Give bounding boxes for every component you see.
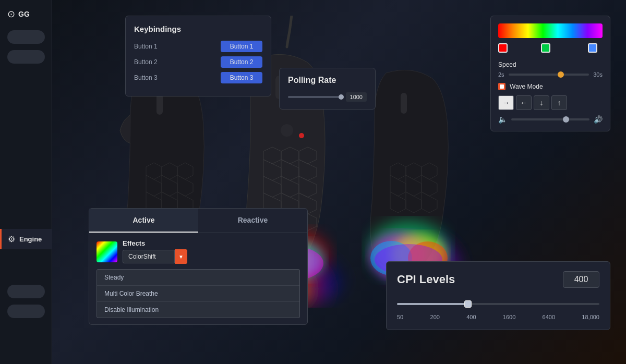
tab-row: Active Reactive [89, 209, 307, 233]
keybinding-label-3: Button 3 [134, 74, 158, 81]
effects-dropdown[interactable]: ColorShift [123, 250, 175, 263]
dropdown-item-multicolor[interactable]: Multi Color Breathe [97, 286, 299, 302]
cpi-title: CPI Levels [397, 273, 455, 286]
cpi-label-1600: 1600 [503, 314, 515, 320]
tab-reactive[interactable]: Reactive [198, 209, 307, 233]
effects-label: Effects [123, 239, 187, 247]
effects-row: Effects ColorShift ▼ [97, 239, 300, 264]
cpi-label-400: 400 [466, 314, 476, 320]
keybinding-value-2[interactable]: Button 2 [221, 56, 262, 68]
speed-thumb [558, 71, 564, 78]
dropdown-item-disable[interactable]: Disable Illumination [97, 302, 299, 318]
color-stop-blue[interactable] [588, 43, 597, 53]
cpi-label-6400: 6400 [543, 314, 555, 320]
cpi-slider-area [397, 296, 599, 312]
volume-icon-low: 🔈 [498, 115, 507, 124]
volume-icon-high: 🔊 [594, 115, 603, 124]
logo-icon: ⊙ [7, 8, 15, 20]
sidebar-bottom-item-2[interactable] [7, 305, 45, 318]
effects-dropdown-arrow[interactable]: ▼ [175, 249, 187, 264]
wave-mode-row: Wave Mode [498, 83, 603, 90]
keybinding-label-1: Button 1 [134, 43, 158, 50]
active-reactive-panel: Active Reactive Effects ColorShift ▼ Ste… [89, 208, 308, 325]
effects-controls: Effects ColorShift ▼ [123, 239, 187, 264]
keybindings-title: Keybindings [134, 25, 262, 33]
keybinding-label-2: Button 2 [134, 58, 158, 66]
dir-btn-up[interactable]: ↑ [551, 95, 567, 110]
cpi-label-200: 200 [430, 314, 440, 320]
polling-value: 1000 [346, 92, 367, 102]
polling-rate-panel: Polling Rate 1000 [279, 68, 376, 110]
cpi-panel: CPI Levels 400 50 200 400 1600 6400 18,0… [386, 261, 610, 330]
sidebar-bottom [0, 281, 52, 322]
color-gradient-bar[interactable] [498, 23, 603, 38]
svg-point-9 [299, 133, 304, 138]
cpi-labels: 50 200 400 1600 6400 18,000 [397, 314, 599, 320]
color-panel: Speed 2s 30s Wave Mode → ← ↓ ↑ 🔈 🔊 [490, 16, 610, 131]
engine-icon: ⚙ [8, 234, 15, 244]
dropdown-item-steady[interactable]: Steady [97, 270, 299, 286]
cpi-label-50: 50 [397, 314, 403, 320]
polling-rate-title: Polling Rate [288, 76, 367, 85]
volume-row: 🔈 🔊 [498, 115, 603, 124]
sidebar-bottom-item-1[interactable] [7, 285, 45, 298]
cpi-header: CPI Levels 400 [397, 271, 599, 288]
keybindings-panel: Keybindings Button 1 Button 1 Button 2 B… [125, 16, 271, 96]
svg-rect-3 [156, 94, 163, 115]
effects-color-box [97, 241, 117, 262]
cpi-label-18000: 18,000 [582, 314, 599, 320]
color-stop-red[interactable] [498, 43, 508, 53]
sidebar-logo: ⊙ GG [4, 8, 47, 20]
svg-rect-14 [401, 93, 407, 114]
speed-min: 2s [498, 71, 504, 78]
keybinding-row-3: Button 3 Button 3 [134, 72, 262, 83]
sidebar-engine[interactable]: ⚙ Engine [0, 229, 52, 249]
effects-dropdown-row: ColorShift ▼ [123, 249, 187, 264]
dir-btn-down[interactable]: ↓ [534, 95, 549, 110]
cpi-track-fill [397, 303, 468, 305]
wave-mode-label: Wave Mode [510, 83, 543, 90]
wave-mode-checkbox[interactable] [498, 83, 505, 90]
dir-btn-left[interactable]: ← [516, 95, 532, 110]
keybinding-value-3[interactable]: Button 3 [221, 72, 262, 83]
logo-text: GG [18, 10, 30, 18]
wave-checkbox-inner [500, 84, 504, 89]
effects-section: Effects ColorShift ▼ Steady Multi Color … [89, 233, 307, 324]
polling-slider-fill [288, 96, 342, 98]
volume-thumb [563, 116, 569, 123]
keybinding-row-2: Button 2 Button 2 [134, 56, 262, 68]
speed-label: Speed [498, 61, 603, 68]
color-stop-green[interactable] [541, 43, 550, 53]
volume-slider[interactable] [511, 118, 589, 120]
keybinding-value-1[interactable]: Button 1 [221, 41, 262, 52]
sidebar-item-1[interactable] [7, 30, 45, 44]
speed-row: 2s 30s [498, 71, 603, 78]
dir-btn-right[interactable]: → [498, 95, 514, 110]
keybinding-row-1: Button 1 Button 1 [134, 41, 262, 52]
engine-label: Engine [19, 235, 42, 243]
effects-dropdown-menu: Steady Multi Color Breathe Disable Illum… [97, 269, 300, 318]
cpi-track[interactable] [397, 303, 599, 305]
polling-slider-thumb [339, 94, 344, 100]
speed-slider[interactable] [509, 74, 589, 76]
svg-point-8 [281, 124, 293, 137]
speed-max: 30s [593, 71, 603, 78]
sidebar-item-2[interactable] [7, 50, 45, 64]
direction-buttons: → ← ↓ ↑ [498, 95, 603, 110]
sidebar: ⊙ GG ⚙ Engine [0, 0, 52, 364]
polling-slider[interactable] [288, 96, 342, 98]
tab-active[interactable]: Active [89, 209, 198, 233]
cpi-value-box: 400 [563, 271, 599, 288]
polling-slider-row: 1000 [288, 92, 367, 102]
cpi-thumb[interactable] [464, 300, 472, 308]
